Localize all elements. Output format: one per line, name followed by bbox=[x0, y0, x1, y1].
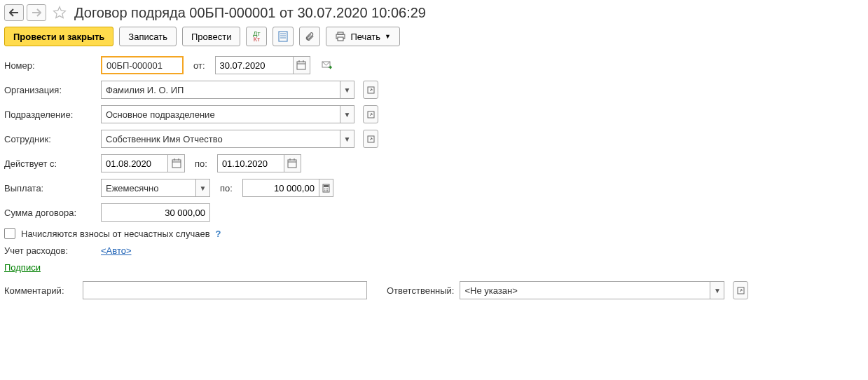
accident-fees-checkbox[interactable] bbox=[4, 228, 15, 239]
expense-auto-link[interactable]: <Авто> bbox=[101, 245, 132, 256]
document-date-input[interactable] bbox=[215, 56, 294, 74]
payment-input[interactable]: Ежемесячно bbox=[101, 179, 196, 197]
svg-rect-6 bbox=[338, 37, 343, 41]
sum-label: Сумма договора: bbox=[4, 208, 95, 218]
payment-calc-button[interactable] bbox=[319, 179, 333, 197]
paperclip-icon bbox=[305, 31, 315, 42]
comment-input[interactable] bbox=[83, 281, 367, 299]
svg-point-30 bbox=[327, 190, 329, 191]
page-title: Договор подряда 00БП-000001 от 30.07.202… bbox=[74, 5, 426, 21]
valid-to-calendar-button[interactable] bbox=[284, 154, 301, 172]
responsible-open-button[interactable] bbox=[733, 281, 748, 299]
organization-dropdown-button[interactable]: ▼ bbox=[340, 81, 354, 99]
payment-label: Выплата: bbox=[4, 183, 95, 194]
responsible-dropdown-button[interactable]: ▼ bbox=[710, 281, 724, 299]
calculator-icon bbox=[322, 184, 330, 193]
organization-input[interactable]: Фамилия И. О. ИП bbox=[101, 81, 340, 99]
nav-back-button[interactable] bbox=[4, 4, 24, 21]
responsible-input[interactable]: <Не указан> bbox=[460, 281, 710, 299]
post-button[interactable]: Провести bbox=[182, 27, 241, 46]
save-button[interactable]: Записать bbox=[119, 27, 177, 46]
svg-rect-5 bbox=[338, 32, 343, 34]
valid-from-calendar-button[interactable] bbox=[168, 154, 185, 172]
svg-point-28 bbox=[324, 190, 326, 191]
organization-open-button[interactable] bbox=[363, 81, 378, 99]
nav-forward-button[interactable] bbox=[27, 4, 46, 21]
open-icon bbox=[737, 287, 745, 294]
per-label: по: bbox=[220, 183, 233, 194]
document-lines-icon bbox=[278, 31, 288, 42]
payment-dropdown-button[interactable]: ▼ bbox=[196, 179, 210, 197]
valid-to-input[interactable] bbox=[217, 154, 284, 172]
post-and-close-button[interactable]: Провести и закрыть bbox=[4, 27, 113, 46]
department-dropdown-button[interactable]: ▼ bbox=[340, 105, 354, 123]
document-date-calendar-button[interactable] bbox=[294, 56, 310, 74]
send-icon[interactable] bbox=[322, 60, 333, 70]
to-label: по: bbox=[195, 158, 207, 169]
from-label: от: bbox=[193, 60, 205, 71]
svg-rect-0 bbox=[279, 32, 287, 41]
svg-rect-24 bbox=[324, 185, 329, 187]
employee-input[interactable]: Собственник Имя Отчество bbox=[101, 130, 340, 148]
calendar-icon bbox=[172, 158, 181, 168]
calendar-icon bbox=[287, 158, 297, 168]
favorite-star-icon[interactable] bbox=[52, 5, 67, 20]
chevron-down-icon: ▼ bbox=[385, 33, 391, 40]
contract-sum-input[interactable] bbox=[101, 203, 210, 222]
valid-from-label: Действует с: bbox=[4, 158, 95, 169]
svg-point-29 bbox=[326, 190, 327, 191]
svg-point-26 bbox=[326, 188, 327, 189]
department-input[interactable]: Основное подразделение bbox=[101, 105, 340, 123]
open-icon bbox=[367, 135, 375, 143]
open-icon bbox=[367, 111, 375, 118]
svg-point-25 bbox=[324, 188, 326, 189]
open-icon bbox=[367, 86, 375, 94]
svg-rect-19 bbox=[288, 160, 296, 168]
comment-label: Комментарий: bbox=[4, 285, 77, 296]
employee-dropdown-button[interactable]: ▼ bbox=[340, 130, 354, 148]
printer-icon bbox=[335, 32, 346, 41]
valid-from-input[interactable] bbox=[101, 154, 168, 172]
svg-point-27 bbox=[327, 188, 329, 189]
employee-open-button[interactable] bbox=[363, 130, 378, 148]
calendar-icon bbox=[296, 60, 306, 70]
payment-amount-input[interactable] bbox=[242, 179, 319, 197]
print-button[interactable]: Печать ▼ bbox=[326, 27, 400, 46]
signatures-link[interactable]: Подписи bbox=[4, 262, 41, 273]
attach-button[interactable] bbox=[299, 27, 320, 46]
expense-accounting-label: Учет расходов: bbox=[4, 245, 95, 256]
employee-label: Сотрудник: bbox=[4, 134, 95, 144]
accident-fees-label: Начисляются взносы от несчастных случаев bbox=[21, 229, 210, 239]
organization-label: Организация: bbox=[4, 85, 95, 95]
number-input[interactable]: 00БП-000001 bbox=[101, 56, 184, 74]
department-open-button[interactable] bbox=[363, 105, 378, 123]
report-button[interactable] bbox=[273, 27, 294, 46]
svg-rect-7 bbox=[297, 62, 305, 69]
department-label: Подразделение: bbox=[4, 109, 95, 120]
responsible-label: Ответственный: bbox=[387, 285, 454, 296]
dt-kt-button[interactable]: ДтКт bbox=[246, 27, 267, 46]
help-icon[interactable]: ? bbox=[216, 229, 221, 239]
svg-rect-15 bbox=[172, 160, 181, 168]
number-label: Номер: bbox=[4, 60, 95, 71]
